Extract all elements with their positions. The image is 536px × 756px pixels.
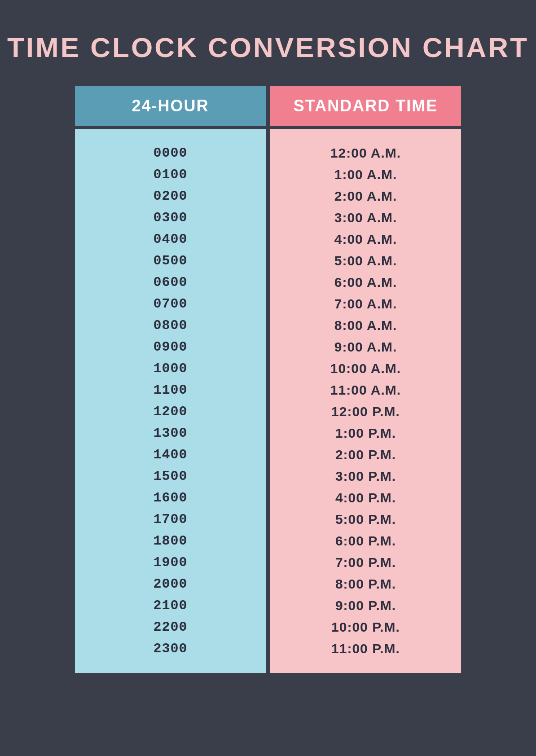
table-row: 11:00 P.M. xyxy=(275,638,457,659)
table-row: 1800 xyxy=(79,530,261,552)
table-row: 1:00 A.M. xyxy=(275,164,457,185)
table-row: 2:00 A.M. xyxy=(275,185,457,207)
table-row: 1100 xyxy=(79,379,261,401)
table-row: 1000 xyxy=(79,358,261,379)
table-row: 0800 xyxy=(79,315,261,336)
table-row: 3:00 A.M. xyxy=(275,207,457,229)
table-row: 3:00 P.M. xyxy=(275,466,457,487)
table-row: 2200 xyxy=(79,616,261,638)
table-row: 0600 xyxy=(79,272,261,293)
column-header-standard: STANDARD TIME xyxy=(270,86,461,126)
table-row: 8:00 A.M. xyxy=(275,315,457,336)
table-row: 2000 xyxy=(79,573,261,595)
table-row: 12:00 P.M. xyxy=(275,401,457,422)
table-row: 1:00 P.M. xyxy=(275,422,457,444)
table-row: 1900 xyxy=(79,552,261,573)
table-row: 2300 xyxy=(79,638,261,659)
chart-container: 24-HOUR 00000100020003000400050006000700… xyxy=(75,86,461,673)
table-row: 8:00 P.M. xyxy=(275,573,457,595)
table-row: 1500 xyxy=(79,466,261,487)
table-row: 6:00 A.M. xyxy=(275,272,457,293)
table-row: 1600 xyxy=(79,487,261,509)
table-row: 9:00 A.M. xyxy=(275,336,457,358)
table-row: 0500 xyxy=(79,250,261,272)
table-row: 12:00 A.M. xyxy=(275,142,457,164)
table-row: 0700 xyxy=(79,293,261,315)
column-standard: STANDARD TIME 12:00 A.M.1:00 A.M.2:00 A.… xyxy=(268,86,461,673)
column-header-24hour: 24-HOUR xyxy=(75,86,266,126)
table-row: 10:00 P.M. xyxy=(275,616,457,638)
page-title: TIME CLOCK CONVERSION CHART xyxy=(7,31,529,63)
table-row: 0900 xyxy=(79,336,261,358)
column-body-standard: 12:00 A.M.1:00 A.M.2:00 A.M.3:00 A.M.4:0… xyxy=(270,129,461,673)
table-row: 11:00 A.M. xyxy=(275,379,457,401)
table-row: 5:00 A.M. xyxy=(275,250,457,272)
table-row: 4:00 A.M. xyxy=(275,229,457,250)
table-row: 1200 xyxy=(79,401,261,422)
column-body-24hour: 0000010002000300040005000600070008000900… xyxy=(75,129,266,673)
table-row: 0000 xyxy=(79,142,261,164)
table-row: 10:00 A.M. xyxy=(275,358,457,379)
column-24hour: 24-HOUR 00000100020003000400050006000700… xyxy=(75,86,268,673)
table-row: 7:00 P.M. xyxy=(275,552,457,573)
table-row: 1700 xyxy=(79,509,261,530)
table-row: 0100 xyxy=(79,164,261,185)
table-row: 0300 xyxy=(79,207,261,229)
table-row: 4:00 P.M. xyxy=(275,487,457,509)
table-row: 0200 xyxy=(79,185,261,207)
table-row: 6:00 P.M. xyxy=(275,530,457,552)
table-row: 9:00 P.M. xyxy=(275,595,457,616)
table-row: 7:00 A.M. xyxy=(275,293,457,315)
table-row: 5:00 P.M. xyxy=(275,509,457,530)
table-row: 1300 xyxy=(79,422,261,444)
table-row: 1400 xyxy=(79,444,261,466)
table-row: 2100 xyxy=(79,595,261,616)
table-row: 0400 xyxy=(79,229,261,250)
table-row: 2:00 P.M. xyxy=(275,444,457,466)
